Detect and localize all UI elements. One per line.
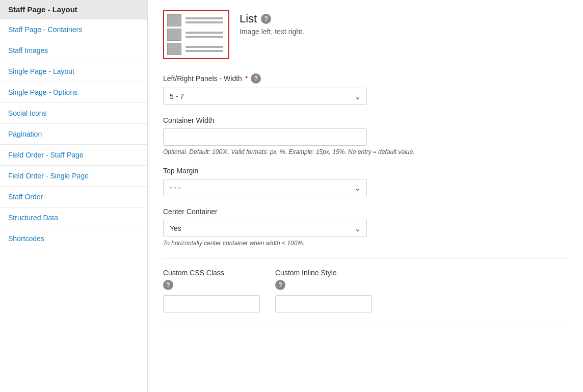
custom-css-help-row: ? xyxy=(163,280,260,290)
sidebar-item-field-order-staff-page[interactable]: Field Order - Staff Page xyxy=(0,145,147,166)
sidebar-item-staff-images[interactable]: Staff Images xyxy=(0,40,147,61)
sidebar-item-pagination[interactable]: Pagination xyxy=(0,124,147,145)
top-margin-label: Top Margin xyxy=(163,167,568,175)
icon-row3-lines xyxy=(183,43,225,55)
sidebar-item-single-page-layout[interactable]: Single Page - Layout xyxy=(0,61,147,82)
sidebar-header: Staff Page - Layout xyxy=(0,0,147,19)
icon-row1-lines xyxy=(183,14,225,27)
sidebar-item-staff-page-containers[interactable]: Staff Page - Containers xyxy=(0,19,147,40)
custom-css-class-input[interactable] xyxy=(163,295,260,312)
left-right-panels-select[interactable]: 5 - 74 - 83 - 96 - 6 xyxy=(163,88,367,105)
center-container-select[interactable]: YesNo xyxy=(163,220,367,237)
sidebar-item-staff-order[interactable]: Staff Order xyxy=(0,187,147,207)
custom-fields-row: Custom CSS Class ? Custom Inline Style ? xyxy=(163,269,568,312)
required-star: * xyxy=(245,74,248,83)
sidebar: Staff Page - Layout Staff Page - Contain… xyxy=(0,0,148,392)
icon-line xyxy=(186,36,223,38)
custom-css-help-icon[interactable]: ? xyxy=(163,280,173,290)
section-divider xyxy=(163,258,568,258)
layout-title-help-icon[interactable]: ? xyxy=(261,14,271,24)
icon-row2-img xyxy=(167,29,181,41)
center-container-hint: To horizontally center container when wi… xyxy=(163,240,568,247)
custom-inline-style-input[interactable] xyxy=(275,295,372,312)
custom-css-class-label: Custom CSS Class xyxy=(163,269,260,277)
sidebar-item-field-order-single-page[interactable]: Field Order - Single Page xyxy=(0,166,147,187)
left-right-panels-help-icon[interactable]: ? xyxy=(251,73,261,84)
left-right-panels-section: Left/Right Panels - Width * ? 5 - 74 - 8… xyxy=(163,73,568,105)
icon-row2-lines xyxy=(183,29,225,41)
center-container-select-wrapper: YesNo ⌄ xyxy=(163,220,367,237)
bottom-divider xyxy=(163,323,568,323)
custom-inline-help-row: ? xyxy=(275,280,372,290)
layout-header: List ? Image left, text right. xyxy=(163,10,568,59)
custom-inline-help-icon[interactable]: ? xyxy=(275,280,285,290)
icon-line xyxy=(186,32,223,34)
icon-line xyxy=(186,17,223,19)
sidebar-item-shortcodes[interactable]: Shortcodes xyxy=(0,228,147,249)
custom-inline-style-col: Custom Inline Style ? xyxy=(275,269,372,312)
center-container-section: Center Container YesNo ⌄ To horizontally… xyxy=(163,207,568,247)
container-width-input[interactable] xyxy=(163,128,367,146)
icon-line xyxy=(186,46,223,48)
top-margin-select[interactable]: - - -SmallMediumLarge xyxy=(163,179,367,196)
sidebar-item-structured-data[interactable]: Structured Data xyxy=(0,207,147,228)
sidebar-item-social-icons[interactable]: Social Icons xyxy=(0,103,147,124)
layout-icon-preview xyxy=(163,10,229,59)
icon-row1-img xyxy=(167,14,181,27)
sidebar-item-single-page-options[interactable]: Single Page - Options xyxy=(0,82,147,103)
icon-line xyxy=(186,21,223,23)
layout-title-row: List ? xyxy=(240,12,304,25)
top-margin-select-wrapper: - - -SmallMediumLarge ⌄ xyxy=(163,179,367,196)
layout-subtitle: Image left, text right. xyxy=(240,28,304,36)
icon-row3-img xyxy=(167,43,181,55)
layout-title: List xyxy=(240,12,257,25)
custom-css-class-col: Custom CSS Class ? xyxy=(163,269,260,312)
container-width-hint: Optional. Default: 100%. Valid formats: … xyxy=(163,148,568,155)
top-margin-section: Top Margin - - -SmallMediumLarge ⌄ xyxy=(163,167,568,196)
left-right-panels-label: Left/Right Panels - Width * ? xyxy=(163,73,568,84)
custom-inline-style-label: Custom Inline Style xyxy=(275,269,372,277)
icon-line xyxy=(186,50,223,52)
main-content: List ? Image left, text right. Left/Righ… xyxy=(148,0,583,392)
container-width-label: Container Width xyxy=(163,116,568,124)
container-width-section: Container Width Optional. Default: 100%.… xyxy=(163,116,568,155)
layout-title-block: List ? Image left, text right. xyxy=(240,10,304,36)
left-right-panels-select-wrapper: 5 - 74 - 83 - 96 - 6 ⌄ xyxy=(163,88,367,105)
center-container-label: Center Container xyxy=(163,207,568,216)
